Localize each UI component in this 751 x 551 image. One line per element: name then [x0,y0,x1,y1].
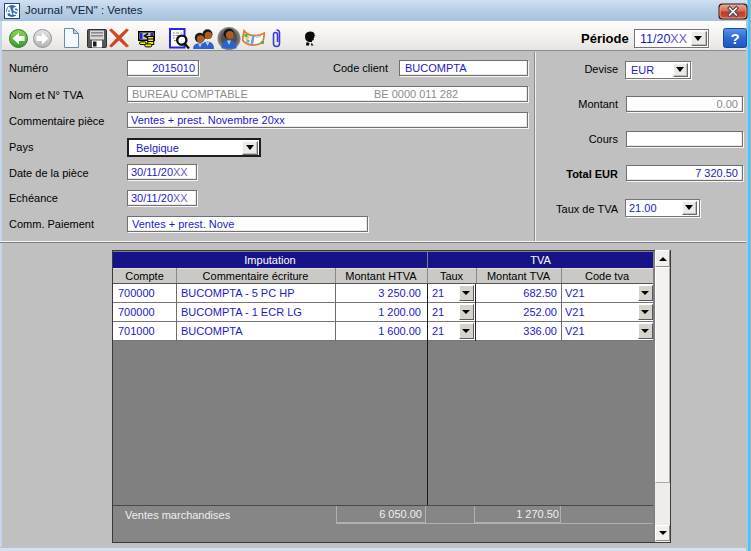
svg-text:AS: AS [5,6,19,17]
svg-text:?: ? [730,30,739,47]
